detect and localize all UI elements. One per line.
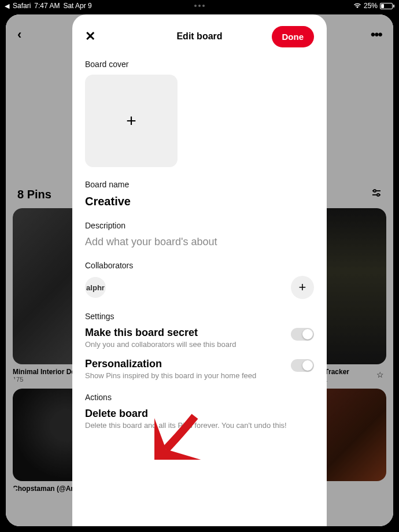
status-date: Sat Apr 9 [63,2,91,10]
description-input[interactable]: Add what your board's about [85,236,314,248]
delete-board-button[interactable]: Delete board [85,408,314,420]
actions-label: Actions [85,393,314,402]
add-cover-button[interactable]: + [85,75,178,167]
personalization-desc: Show Pins inspired by this board in your… [85,371,291,380]
personalization-toggle[interactable] [291,359,314,372]
plus-icon: + [299,280,306,295]
done-button[interactable]: Done [272,26,315,47]
description-label: Description [85,221,314,230]
battery-percent: 25% [364,2,378,10]
secret-board-title: Make this board secret [85,327,291,339]
add-collaborator-button[interactable]: + [291,276,314,299]
actions-section: Actions Delete board Delete this board a… [85,393,314,430]
multitasking-dots[interactable] [194,5,205,7]
description-section: Description Add what your board's about [85,221,314,248]
board-name-input[interactable]: Creative [85,195,314,208]
personalization-title: Personalization [85,358,291,370]
collaborators-label: Collaborators [85,261,314,270]
board-name-section: Board name Creative [85,180,314,208]
settings-section: Settings Make this board secret Only you… [85,312,314,380]
back-to-app-name[interactable]: Safari [13,2,31,10]
edit-board-modal: ✕ Edit board Done Board cover + Board na… [72,14,327,526]
board-cover-label: Board cover [85,60,314,69]
secret-board-desc: Only you and collaborators will see this… [85,340,291,349]
board-name-label: Board name [85,180,314,189]
modal-title: Edit board [176,31,222,42]
collaborators-section: Collaborators alphr + [85,261,314,299]
modal-header: ✕ Edit board Done [85,26,314,47]
app-area: ‹ ••• 8 Pins Minimal Interior Des 175 R … [6,14,393,526]
status-time: 7:47 AM [34,2,60,10]
settings-label: Settings [85,312,314,321]
delete-board-desc: Delete this board and all its Pins forev… [85,421,314,430]
status-bar: ◀ Safari 7:47 AM Sat Apr 9 25% [0,0,399,12]
back-to-app-caret[interactable]: ◀ [5,2,9,10]
wifi-icon [353,3,361,9]
status-right: 25% [353,2,394,10]
plus-icon: + [126,111,136,131]
board-cover-section: Board cover + [85,60,314,167]
battery-icon [380,3,394,9]
secret-board-toggle[interactable] [291,328,314,341]
collaborator-avatar[interactable]: alphr [85,277,106,298]
close-icon[interactable]: ✕ [85,29,95,44]
status-left: ◀ Safari 7:47 AM Sat Apr 9 [5,2,92,10]
